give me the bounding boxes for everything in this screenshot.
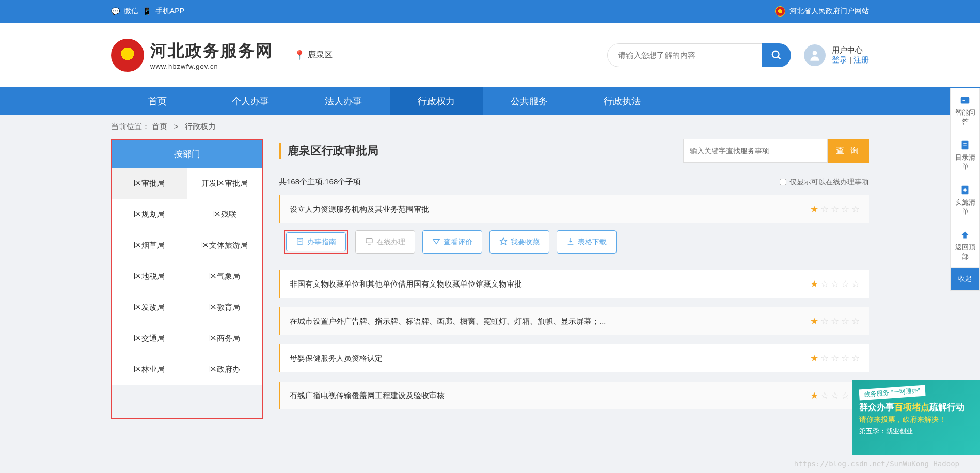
- register-link[interactable]: 注册: [853, 55, 869, 64]
- breadcrumb: 当前位置： 首页 > 行政权力: [0, 115, 980, 139]
- header: 河北政务服务网 www.hbzwfw.gov.cn 📍 鹿泉区 用户中心 登录 …: [0, 23, 980, 87]
- content: 鹿泉区行政审批局 查 询 共168个主项,168个子项 仅显示可以在线办理事项 …: [279, 139, 869, 419]
- service-item-row[interactable]: 母婴保健服务人员资格认定★☆☆☆☆: [279, 344, 869, 372]
- star-icon: ★: [810, 316, 818, 327]
- service-item-title: 非国有文物收藏单位和其他单位借用国有文物收藏单位馆藏文物审批: [290, 279, 522, 289]
- star-icon: ☆: [820, 353, 829, 364]
- dept-item[interactable]: 开发区审批局: [187, 168, 263, 199]
- download-button[interactable]: 表格下载: [557, 230, 617, 254]
- app-link[interactable]: 手机APP: [155, 7, 184, 16]
- dept-item[interactable]: 区烟草局: [112, 230, 187, 261]
- gov-portal-link[interactable]: 河北省人民政府门户网站: [789, 7, 869, 16]
- rail-item-0[interactable]: 智能问答: [951, 88, 979, 133]
- query-button[interactable]: 查 询: [828, 139, 869, 163]
- rail-item-3[interactable]: 返回顶部: [951, 223, 979, 268]
- dept-item[interactable]: 区气象局: [187, 261, 263, 292]
- dept-item[interactable]: 区林业局: [112, 354, 187, 385]
- download-icon: [566, 237, 575, 247]
- breadcrumb-label: 当前位置：: [111, 122, 150, 131]
- star-icon: ☆: [831, 316, 839, 327]
- emblem-icon: [111, 39, 144, 72]
- star-icon: ★: [810, 353, 818, 364]
- dept-item[interactable]: 区规划局: [112, 199, 187, 230]
- star-icon: ☆: [820, 203, 829, 215]
- rail-icon: [954, 184, 976, 196]
- site-url: www.hbzwfw.gov.cn: [150, 62, 273, 70]
- svg-rect-9: [961, 97, 970, 104]
- monitor-icon: [365, 237, 373, 247]
- service-item-title: 设立人力资源服务机构及其业务范围审批: [290, 204, 429, 214]
- nav-item-1[interactable]: 个人办事: [204, 87, 297, 115]
- dept-item[interactable]: 区政府办: [187, 354, 263, 385]
- nav-item-5[interactable]: 行政执法: [576, 87, 669, 115]
- service-item-row[interactable]: 在城市设置户外广告牌、指示牌、标语牌、画廊、橱窗、霓虹灯、灯箱、旗帜、显示屏幕；…: [279, 307, 869, 335]
- content-title: 鹿泉区行政审批局: [279, 143, 378, 159]
- star-icon: ★: [810, 278, 818, 290]
- wechat-link[interactable]: 微信: [124, 7, 138, 16]
- nav-item-3[interactable]: 行政权力: [390, 87, 483, 115]
- sidebar: 按部门 区审批局开发区审批局区规划局区残联区烟草局区文体旅游局区地税局区气象局区…: [111, 139, 263, 419]
- star-icon: ☆: [851, 278, 860, 290]
- top-bar: 💬 微信 📱 手机APP 河北省人民政府门户网站: [0, 0, 980, 23]
- wechat-icon: 💬: [111, 7, 120, 15]
- service-item-row[interactable]: 有线广播电视传输覆盖网工程建设及验收审核★☆☆☆☆: [279, 382, 869, 409]
- star-rating[interactable]: ★☆☆☆☆: [810, 353, 860, 364]
- service-item-title: 母婴保健服务人员资格认定: [290, 354, 383, 364]
- filter-input[interactable]: [683, 139, 828, 163]
- star-rating[interactable]: ★☆☆☆☆: [810, 278, 860, 290]
- pin-icon: 📍: [294, 50, 305, 61]
- rail-item-1[interactable]: 目录清单: [951, 133, 979, 178]
- location-text: 鹿泉区: [308, 50, 333, 60]
- dept-item[interactable]: 区交通局: [112, 323, 187, 354]
- action-row: 办事指南在线办理查看评价我要收藏表格下载: [279, 223, 869, 261]
- search-button[interactable]: [762, 43, 791, 67]
- guide-button[interactable]: 办事指南: [286, 232, 346, 251]
- login-link[interactable]: 登录: [832, 55, 847, 64]
- rail-item-2[interactable]: 实施清单: [951, 178, 979, 223]
- breadcrumb-current: 行政权力: [185, 122, 216, 131]
- phone-icon: 📱: [143, 7, 151, 15]
- service-item-row[interactable]: 非国有文物收藏单位和其他单位借用国有文物收藏单位馆藏文物审批★☆☆☆☆: [279, 270, 869, 298]
- star-icon: ☆: [831, 278, 839, 290]
- star-icon: ☆: [851, 316, 860, 327]
- star-icon: ★: [810, 390, 818, 401]
- star-icon: ☆: [841, 316, 849, 327]
- dept-item[interactable]: 区地税局: [112, 261, 187, 292]
- review-button[interactable]: 查看评价: [422, 230, 482, 254]
- svg-marker-8: [500, 238, 507, 244]
- star-icon: ☆: [851, 203, 860, 215]
- service-item-row[interactable]: 设立人力资源服务机构及其业务范围审批★☆☆☆☆: [279, 195, 869, 223]
- dept-item[interactable]: 区发改局: [112, 292, 187, 323]
- rail-item-4[interactable]: 收起: [951, 268, 979, 290]
- main-nav: 首页个人办事法人办事行政权力公共服务行政执法: [0, 87, 980, 115]
- avatar[interactable]: [804, 44, 826, 66]
- search-input[interactable]: [607, 43, 762, 67]
- dept-item[interactable]: 区教育局: [187, 292, 263, 323]
- nav-item-2[interactable]: 法人办事: [297, 87, 390, 115]
- sidebar-header[interactable]: 按部门: [112, 140, 262, 168]
- favorite-button[interactable]: 我要收藏: [489, 230, 549, 254]
- star-icon: ☆: [841, 390, 849, 401]
- count-text: 共168个主项,168个子项: [279, 177, 361, 187]
- star-outline-icon: [499, 237, 508, 247]
- nav-item-4[interactable]: 公共服务: [483, 87, 576, 115]
- rail-icon: [954, 229, 976, 241]
- star-rating[interactable]: ★☆☆☆☆: [810, 316, 860, 327]
- online-only-checkbox[interactable]: [780, 179, 786, 185]
- svg-point-14: [963, 188, 967, 192]
- dept-item[interactable]: 区审批局: [112, 168, 187, 199]
- breadcrumb-home[interactable]: 首页: [152, 122, 167, 131]
- star-rating[interactable]: ★☆☆☆☆: [810, 203, 860, 215]
- right-rail: 智能问答目录清单实施清单返回顶部收起: [950, 88, 980, 291]
- dept-item[interactable]: 区文体旅游局: [187, 230, 263, 261]
- dept-item[interactable]: 区商务局: [187, 323, 263, 354]
- dept-item[interactable]: 区残联: [187, 199, 263, 230]
- promo-banner[interactable]: 政务服务 "一网通办" 群众办事百项堵点疏解行动 请你来投票，政府来解决！ 第五…: [852, 380, 980, 455]
- emblem-small-icon: [775, 6, 785, 17]
- online-only-toggle[interactable]: 仅显示可以在线办理事项: [780, 178, 869, 187]
- nav-item-0[interactable]: 首页: [111, 87, 204, 115]
- promo-tag: 政务服务 "一网通办": [859, 385, 925, 401]
- star-icon: ☆: [841, 353, 849, 364]
- location-selector[interactable]: 📍 鹿泉区: [294, 50, 333, 61]
- edit-icon: [432, 237, 440, 247]
